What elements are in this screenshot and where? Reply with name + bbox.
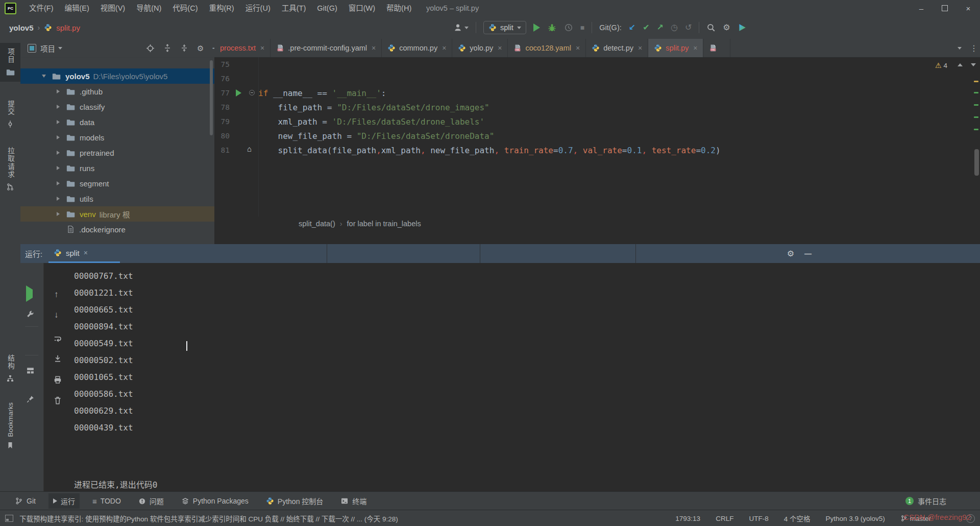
profile-button[interactable] — [564, 23, 573, 32]
git-update-button[interactable]: ↙ — [629, 23, 635, 32]
menu-item[interactable]: 导航(N) — [131, 0, 167, 16]
menu-item[interactable]: 帮助(H) — [381, 0, 417, 16]
tree-item[interactable]: venv library 根 — [20, 206, 214, 222]
close-icon[interactable]: × — [693, 44, 697, 52]
down-arrow-icon[interactable]: ↓ — [54, 310, 59, 320]
line-separator[interactable]: CRLF — [716, 515, 733, 522]
code-editor[interactable]: 75 76 77 if __name__ == '__main__': 78 f… — [214, 57, 980, 218]
tree-item[interactable]: data — [20, 114, 214, 130]
debug-button[interactable] — [547, 23, 557, 33]
tab-process-txt[interactable]: process.txt × — [214, 39, 271, 57]
menu-item[interactable]: 代码(C) — [167, 0, 203, 16]
menu-item[interactable]: 重构(R) — [203, 0, 239, 16]
menu-item[interactable]: 窗口(W) — [343, 0, 381, 16]
tool-button-run[interactable]: 运行 — [48, 493, 80, 509]
sidebar-item-commit[interactable]: 提交 — [0, 100, 20, 128]
minimize-button[interactable]: – — [910, 0, 933, 16]
close-icon[interactable]: × — [84, 249, 88, 257]
run-configuration-select[interactable]: split — [483, 21, 526, 34]
tree-item[interactable]: .dockerignore — [20, 222, 214, 237]
up-arrow-icon[interactable]: ↑ — [54, 290, 59, 300]
stripe-change-mark[interactable] — [974, 104, 978, 106]
tab-common-py[interactable]: common.py × — [382, 39, 452, 57]
tab-list-chevron-button[interactable] — [958, 47, 962, 50]
scroll-to-end-icon[interactable] — [53, 354, 62, 363]
stop-button[interactable]: ■ — [580, 24, 584, 31]
panel-settings-gear-button[interactable]: ⚙ — [197, 44, 204, 52]
tab-coco128-yaml[interactable]: coco128.yaml × — [508, 39, 586, 57]
tree-item[interactable]: models — [20, 130, 214, 145]
tool-button-problems[interactable]: 问题 — [134, 493, 168, 509]
tab-split-py[interactable]: split.py × — [648, 39, 703, 57]
git-push-button[interactable]: ↗ — [657, 23, 664, 32]
tree-item[interactable]: segment — [20, 176, 214, 191]
editor-scrollbar[interactable] — [974, 149, 979, 176]
file-encoding[interactable]: UTF-8 — [749, 515, 768, 522]
menu-item[interactable]: 编辑(E) — [59, 0, 95, 16]
indent-style[interactable]: 4 个空格 — [784, 513, 811, 523]
reader-mode-icon[interactable]: ? — [966, 514, 975, 523]
chevron-icon[interactable] — [55, 120, 61, 124]
expand-all-button[interactable] — [163, 44, 172, 52]
run-line-icon[interactable] — [236, 89, 241, 97]
close-icon[interactable]: × — [498, 44, 502, 52]
sidebar-item-bookmarks[interactable]: Bookmarks — [0, 402, 20, 449]
project-panel-title[interactable]: 项目 — [40, 43, 55, 54]
chevron-icon[interactable] — [55, 197, 61, 201]
tree-item[interactable]: pretrained — [20, 145, 214, 160]
tab-pre-commit-config-yaml[interactable]: .pre-commit-config.yaml × — [271, 39, 382, 57]
pin-icon[interactable] — [26, 395, 35, 403]
chevron-down-icon[interactable] — [58, 47, 62, 50]
run-panel-settings-gear-button[interactable]: ⚙ — [787, 250, 794, 258]
close-icon[interactable]: × — [576, 44, 580, 52]
menu-item[interactable]: 文件(F) — [23, 0, 59, 16]
fold-marker-icon[interactable] — [249, 90, 255, 95]
print-icon[interactable] — [53, 375, 62, 385]
wrench-settings-icon[interactable] — [26, 310, 35, 319]
ide-logo-icon[interactable] — [738, 23, 747, 32]
tool-button-terminal[interactable]: 终端 — [336, 493, 371, 509]
breadcrumb-context[interactable]: for label in train_labels — [347, 220, 421, 228]
menu-item[interactable]: 视图(V) — [95, 0, 131, 16]
soft-wrap-icon[interactable] — [53, 334, 62, 344]
chevron-icon[interactable] — [55, 105, 61, 109]
caret-position[interactable]: 1793:13 — [675, 515, 700, 522]
sidebar-item-pull-request[interactable]: 拉取请求 — [0, 147, 20, 191]
stripe-change-mark[interactable] — [974, 129, 978, 130]
chevron-icon[interactable] — [55, 135, 61, 139]
project-scrollbar[interactable] — [210, 60, 213, 135]
inspection-widget[interactable]: ⚠ 4 — [935, 61, 947, 69]
run-button[interactable] — [533, 23, 540, 32]
breadcrumb-function[interactable]: split_data() — [299, 220, 335, 228]
tree-item[interactable]: runs — [20, 160, 214, 176]
collapse-all-button[interactable] — [180, 44, 188, 52]
chevron-icon[interactable] — [55, 181, 61, 185]
locate-file-button[interactable] — [146, 44, 155, 53]
close-icon[interactable]: × — [260, 44, 264, 52]
chevron-icon[interactable] — [55, 89, 61, 93]
tool-button-todo[interactable]: ≡ TODO — [88, 494, 126, 508]
git-commit-button[interactable]: ✔ — [643, 23, 649, 32]
stripe-change-mark[interactable] — [974, 116, 978, 118]
breadcrumb-file[interactable]: split.py — [56, 23, 80, 32]
chevron-icon[interactable] — [41, 75, 47, 78]
maximize-button[interactable] — [933, 0, 957, 16]
tool-button-python-packages[interactable]: Python Packages — [177, 494, 253, 508]
tab-options-kebab-button[interactable]: ⋮ — [970, 43, 978, 53]
run-console[interactable]: 00000767.txt00001221.txt00000665.txt0000… — [74, 263, 980, 491]
tab-yolo-py[interactable]: yolo.py × — [452, 39, 508, 57]
close-icon[interactable]: × — [442, 44, 446, 52]
tab-overflow-partial[interactable] — [703, 39, 730, 57]
chevron-icon[interactable] — [55, 212, 61, 216]
run-tab-split[interactable]: split × — [48, 244, 93, 261]
hide-run-panel-button[interactable]: — — [804, 250, 812, 258]
menu-item[interactable]: Git(G) — [311, 0, 342, 16]
chevron-icon[interactable] — [55, 151, 61, 155]
sidebar-item-project[interactable]: 项目 — [0, 43, 20, 82]
git-branch-widget[interactable]: master — [900, 515, 931, 522]
status-message[interactable]: 下载预构建共享索引: 使用预构建的Python 软件包共享索引减少索引时间和 C… — [19, 513, 398, 523]
prev-issue-chevron-button[interactable] — [958, 63, 963, 66]
close-button[interactable]: × — [957, 0, 980, 16]
user-account-button[interactable] — [453, 23, 469, 32]
stripe-change-mark[interactable] — [974, 92, 978, 93]
